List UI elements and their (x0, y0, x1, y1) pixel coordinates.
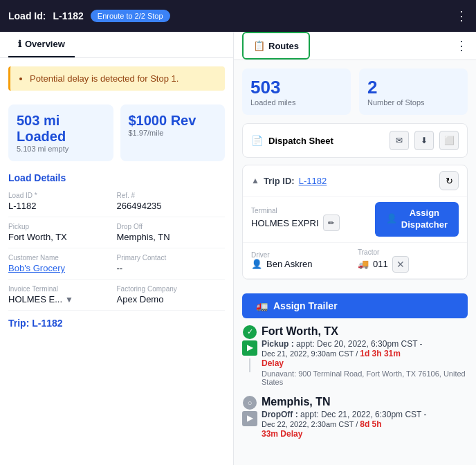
stop-1-address: Dunavant: 900 Terminal Road, Fort Worth,… (262, 370, 468, 386)
tractor-clear-btn[interactable]: ✕ (392, 256, 409, 273)
dispatch-sheet-doc-icon: 📄 (251, 135, 263, 146)
right-more-icon[interactable]: ⋮ (455, 38, 468, 53)
stop-2-delay-label: 33m Delay (262, 429, 468, 439)
terminal-edit-btn[interactable]: ✏ (323, 215, 340, 231)
stop-2-date: Dec 22, 2022, 2:30am CST / 8d 5h (262, 419, 468, 429)
loaded-miles-value: 503 (250, 77, 342, 98)
stop-1-date: Dec 21, 2022, 9:30am CST / 1d 3h 31m (262, 349, 468, 358)
ref-field-label: Ref. # (117, 192, 226, 199)
stat-cards: 503 mi Loaded 5.103 mi empty $1000 Rev $… (8, 104, 225, 161)
customer-link[interactable]: Bob's Grocery (8, 263, 117, 273)
header-more-icon[interactable]: ⋮ (455, 8, 468, 24)
stop-2-type: DropOff : appt: Dec 21, 2022, 6:30pm CST… (262, 410, 468, 419)
dispatch-sheet-label: Dispatch Sheet (268, 136, 384, 146)
tab-overview[interactable]: ℹ Overview (8, 32, 75, 57)
chevron-up-icon[interactable]: ▲ (251, 176, 259, 185)
trip-header: ▲ Trip ID: L-1182 ↻ (243, 165, 467, 197)
stop-2-circle-icon: ○ (243, 396, 257, 410)
terminal-value-row: HOLMES EXPRI ✏ (251, 215, 369, 231)
driver-group: Driver 👤 Ben Askren (251, 251, 352, 269)
dispatcher-icon: 👤 (386, 213, 397, 225)
driver-person-icon: 👤 (251, 259, 262, 269)
factoring-value: Apex Demo (117, 294, 226, 304)
field-contact: Primary Contact -- (117, 248, 226, 280)
stop-1-city: Fort Worth, TX (262, 325, 468, 338)
dropoff-value: Memphis, TN (117, 232, 226, 242)
pickup-value: Fort Worth, TX (8, 232, 117, 242)
driver-value: Ben Askren (266, 259, 313, 269)
tractor-group: Tractor 🚚 011 ✕ (358, 248, 459, 273)
routes-book-icon: 📋 (253, 40, 265, 51)
factoring-label: Factoring Company (117, 285, 226, 293)
load-details-title: Load Details (0, 167, 233, 186)
dispatch-sheet-row: 📄 Dispatch Sheet ✉ ⬇ ⬜ (242, 123, 468, 158)
dispatch-image-btn[interactable]: ⬜ (439, 131, 459, 150)
assign-dispatcher-button[interactable]: 👤 Assign Dispatcher (375, 202, 459, 237)
stop-2-appt: appt: Dec 21, 2022, 6:30pm CST - (300, 410, 427, 419)
trip-id-label: Trip ID: (264, 176, 295, 186)
driver-label: Driver (251, 251, 352, 259)
app-header: Load Id: L-1182 Enroute to 2/2 Stop ⋮ (0, 0, 476, 32)
stop-1-connector (249, 358, 250, 372)
warning-text: Potential delay is detected for Stop 1. (30, 73, 178, 84)
stops-value: 2 (367, 77, 459, 98)
stop-1-delay-label: Delay (262, 358, 468, 368)
field-invoice: Invoice Terminal HOLMES E... ▼ (8, 280, 117, 311)
field-factoring: Factoring Company Apex Demo (117, 280, 226, 311)
invoice-value: HOLMES E... (8, 294, 62, 304)
invoice-dropdown-icon[interactable]: ▼ (65, 295, 73, 304)
status-badge: Enroute to 2/2 Stop (91, 10, 170, 22)
delay-warning: Potential delay is detected for Stop 1. (8, 66, 225, 91)
stop-1-icons: ✓ ▶ (242, 325, 257, 374)
stop-2-row: ○ ▶ Memphis, TN DropOff : appt: Dec 21, … (242, 396, 468, 439)
edit-icon: ✏ (328, 219, 334, 228)
invoice-label: Invoice Terminal (8, 285, 117, 293)
main-panels: ℹ Overview Potential delay is detected f… (0, 32, 476, 465)
loaded-miles-stat: 503 Loaded miles (242, 69, 351, 115)
terminal-group: Terminal HOLMES EXPRI ✏ (251, 207, 369, 231)
info-icon: ℹ (18, 39, 21, 49)
dropoff-label: Drop Off (117, 223, 226, 230)
email-icon: ✉ (396, 136, 403, 145)
field-load-id: Load ID * L-1182 (8, 186, 117, 217)
miles-value: 503 mi Loaded (17, 113, 105, 145)
refresh-icon: ↻ (446, 176, 453, 186)
stop-2-city: Memphis, TN (262, 396, 468, 408)
route-stats: 503 Loaded miles 2 Number of Stops (234, 60, 476, 123)
load-id-field-label: Load ID * (8, 192, 117, 199)
stop-2-delay-time: 8d 5h (360, 419, 381, 429)
stop-1-delay-time: 1d 3h 31m (360, 349, 401, 358)
dispatch-email-btn[interactable]: ✉ (390, 131, 409, 150)
stop-2-content: Memphis, TN DropOff : appt: Dec 21, 2022… (262, 396, 468, 439)
trip-refresh-btn[interactable]: ↻ (439, 171, 459, 190)
terminal-row: Terminal HOLMES EXPRI ✏ 👤 Assign Dispatc… (243, 197, 467, 243)
trip-section: ▲ Trip ID: L-1182 ↻ Terminal HOLMES EXPR… (242, 165, 468, 280)
stop-1-box-icon[interactable]: ▶ (242, 340, 257, 356)
revenue-sub: $1.97/mile (129, 129, 217, 137)
dispatch-download-btn[interactable]: ⬇ (414, 131, 434, 150)
tractor-truck-icon: 🚚 (358, 259, 369, 269)
loaded-miles-label: Loaded miles (250, 98, 342, 107)
stops-count-stat: 2 Number of Stops (359, 69, 468, 115)
driver-tractor-row: Driver 👤 Ben Askren Tractor 🚚 011 ✕ (243, 243, 467, 279)
driver-value-row: 👤 Ben Askren (251, 259, 352, 269)
tractor-label: Tractor (358, 248, 459, 256)
stop-1-content: Fort Worth, TX Pickup : appt: Dec 20, 20… (262, 325, 468, 386)
image-icon: ⬜ (444, 136, 455, 145)
load-id-label: Load Id: (8, 10, 46, 21)
assign-dispatcher-label: Assign Dispatcher (401, 208, 448, 231)
field-dropoff: Drop Off Memphis, TN (117, 217, 226, 248)
left-panel: ℹ Overview Potential delay is detected f… (0, 32, 234, 465)
download-icon: ⬇ (421, 136, 428, 145)
field-ref: Ref. # 266494235 (117, 186, 226, 217)
stop-1-appt: appt: Dec 20, 2022, 6:30pm CST - (296, 339, 423, 349)
tab-routes[interactable]: 📋 Routes (242, 32, 310, 60)
contact-label: Primary Contact (117, 254, 226, 262)
assign-trailer-button[interactable]: 🚛 Assign Trailer (242, 293, 468, 318)
contact-value: -- (117, 263, 226, 273)
stop-2-icons: ○ ▶ (242, 396, 257, 426)
trailer-icon: 🚛 (256, 300, 268, 311)
trip-id-link[interactable]: L-1182 (299, 176, 327, 186)
field-customer: Customer Name Bob's Grocery (8, 248, 117, 280)
stop-2-box-icon[interactable]: ▶ (242, 411, 257, 426)
